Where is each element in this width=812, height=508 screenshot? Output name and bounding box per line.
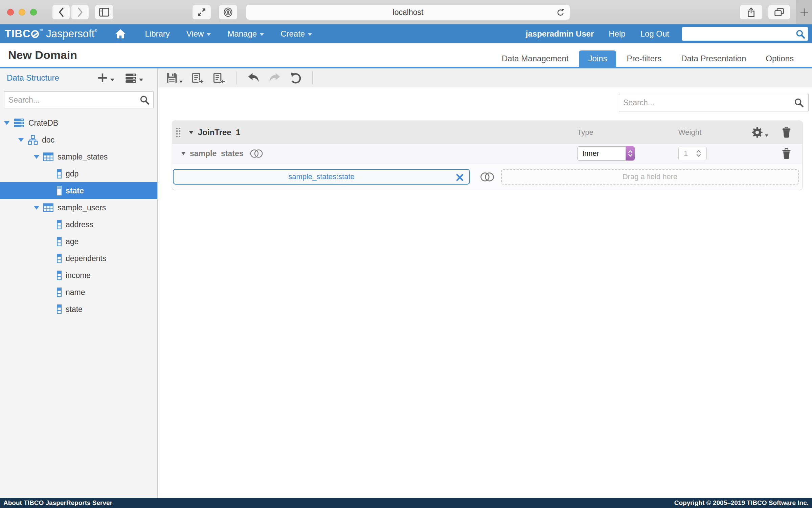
- tibco-jaspersoft-logo: TIBC ™ Jaspersoft ®: [5, 25, 97, 43]
- join-left-field-chip[interactable]: sample_states:state: [173, 169, 470, 185]
- chevron-down-icon[interactable]: [139, 79, 143, 81]
- database-icon: [125, 73, 137, 83]
- close-window-button[interactable]: [7, 9, 14, 16]
- browser-back-button[interactable]: [52, 5, 70, 20]
- new-tab-button[interactable]: [796, 0, 812, 24]
- browser-forward-button[interactable]: [71, 5, 89, 20]
- join-tree-header: JoinTree_1 Type Weight: [172, 121, 802, 144]
- tree-item-state[interactable]: state: [0, 301, 157, 318]
- tab-options[interactable]: Options: [757, 50, 803, 67]
- tree-item-cratedb[interactable]: CrateDB: [0, 114, 157, 131]
- about-link[interactable]: About TIBCO JasperReports Server: [3, 499, 112, 507]
- database-icon: [14, 119, 24, 127]
- page-title-bar: New Domain Data Management Joins Pre-fil…: [0, 43, 812, 68]
- domain-tabs: Data Management Joins Pre-filters Data P…: [493, 43, 803, 67]
- plus-icon: [800, 8, 809, 17]
- minimize-window-button[interactable]: [19, 9, 25, 16]
- menu-create[interactable]: Create: [280, 29, 312, 39]
- chevron-down-icon: [260, 33, 264, 36]
- data-structure-title[interactable]: Data Structure: [7, 73, 59, 83]
- tab-data-presentation[interactable]: Data Presentation: [672, 50, 755, 67]
- chevron-down-icon[interactable]: [765, 134, 768, 137]
- join-tree-settings-button[interactable]: [751, 127, 768, 138]
- global-search-input[interactable]: [682, 27, 808, 41]
- delete-join-row-button[interactable]: [782, 148, 791, 161]
- export-icon: [192, 72, 204, 84]
- browser-tab-overview-button[interactable]: [768, 5, 790, 20]
- tree-item-doc[interactable]: doc: [0, 131, 157, 148]
- logged-in-user: jasperadmin User: [526, 29, 594, 39]
- undo-icon: [247, 72, 260, 83]
- data-structure-panel: Data Structure: [0, 68, 158, 498]
- home-button[interactable]: [115, 29, 126, 39]
- browser-sidebar-toggle-button[interactable]: [95, 5, 114, 20]
- tree-item-age[interactable]: age: [0, 233, 157, 250]
- chevron-down-icon[interactable]: [179, 81, 183, 83]
- search-icon[interactable]: [794, 98, 804, 109]
- tabs-overview-icon: [774, 8, 784, 16]
- reload-button[interactable]: [556, 8, 565, 18]
- browser-page-zoom-button[interactable]: [192, 5, 211, 20]
- join-weight-input: [679, 149, 696, 158]
- tree-item-sample-users[interactable]: sample_users: [0, 199, 157, 216]
- tab-data-management[interactable]: Data Management: [493, 50, 578, 67]
- tree-item-sample-states[interactable]: sample_states: [0, 148, 157, 165]
- concentric-rings-icon: [223, 7, 233, 17]
- menu-manage[interactable]: Manage: [227, 29, 264, 39]
- stepper-chevrons-icon[interactable]: [696, 149, 702, 158]
- drag-handle-icon[interactable]: [176, 127, 181, 137]
- join-type-value: Inner: [578, 149, 626, 158]
- logout-link[interactable]: Log Out: [640, 29, 669, 39]
- weight-column-header: Weight: [678, 128, 701, 137]
- browser-extension-button[interactable]: [219, 5, 238, 20]
- menu-library[interactable]: Library: [145, 29, 170, 39]
- tree-item-address[interactable]: address: [0, 216, 157, 233]
- search-icon[interactable]: [796, 29, 805, 40]
- undo-all-button[interactable]: [290, 72, 301, 84]
- tree-expander-icon[interactable]: [4, 121, 9, 125]
- undo-button[interactable]: [247, 72, 260, 83]
- join-type-select[interactable]: Inner: [577, 146, 635, 161]
- column-icon: [57, 237, 62, 246]
- toolbar-divider: [236, 71, 236, 84]
- tree-expander-icon[interactable]: [18, 138, 24, 142]
- tibco-logo-o: [31, 30, 39, 38]
- brand-jaspersoft: Jaspersoft: [46, 25, 94, 43]
- tree-expander-icon[interactable]: [34, 155, 39, 159]
- tree-item-state-selected[interactable]: state: [0, 182, 157, 199]
- row-expander-icon[interactable]: [181, 152, 185, 155]
- join-right-field-dropzone[interactable]: Drag a field here: [501, 169, 799, 185]
- remove-field-button[interactable]: [456, 173, 464, 182]
- search-icon[interactable]: [140, 95, 149, 106]
- main-menu: Library View Manage Create: [128, 29, 312, 39]
- share-icon: [747, 7, 755, 17]
- delete-join-tree-button[interactable]: [782, 127, 791, 139]
- import-design-button[interactable]: [213, 72, 225, 84]
- window-controls: [7, 9, 37, 16]
- data-structure-search-input[interactable]: [4, 91, 154, 108]
- tab-joins[interactable]: Joins: [579, 50, 616, 67]
- address-bar[interactable]: localhost: [246, 4, 570, 20]
- tree-item-dependents[interactable]: dependents: [0, 250, 157, 267]
- join-venn-icon: [249, 149, 264, 158]
- tree-expander-icon[interactable]: [34, 206, 39, 210]
- menu-view[interactable]: View: [186, 29, 211, 39]
- zoom-window-button[interactable]: [30, 9, 37, 16]
- tree-item-gdp[interactable]: gdp: [0, 165, 157, 182]
- chevron-down-icon[interactable]: [110, 79, 114, 81]
- tab-pre-filters[interactable]: Pre-filters: [617, 50, 671, 67]
- export-design-button[interactable]: [192, 72, 204, 84]
- redo-button[interactable]: [269, 72, 281, 83]
- add-data-source-button[interactable]: [97, 72, 108, 83]
- joins-search-input[interactable]: [619, 94, 809, 111]
- browser-share-button[interactable]: [740, 5, 763, 20]
- data-structure-options-button[interactable]: [125, 73, 137, 83]
- tree-item-name[interactable]: name: [0, 284, 157, 301]
- tree-item-income[interactable]: income: [0, 267, 157, 284]
- redo-icon: [269, 72, 281, 83]
- join-weight-stepper[interactable]: [678, 147, 707, 160]
- help-link[interactable]: Help: [609, 29, 625, 39]
- save-button[interactable]: [166, 72, 183, 84]
- join-table-row: sample_states Inner: [172, 144, 802, 163]
- collapse-expander-icon[interactable]: [189, 131, 194, 134]
